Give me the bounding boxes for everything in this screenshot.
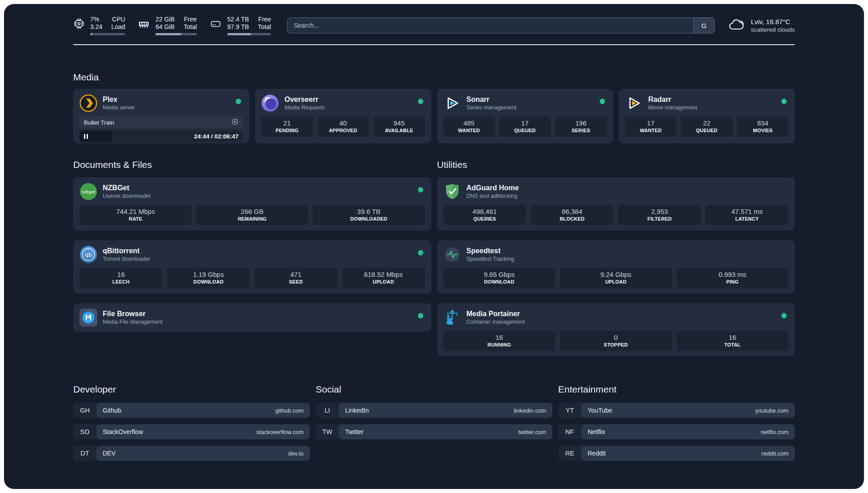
adguard-card[interactable]: AdGuard Home DNS and adblocking 498,461Q… <box>437 177 795 230</box>
ram-monitor: 22 GiB Free 64 GiB Total <box>138 16 196 35</box>
link-linkedin[interactable]: LI LinkedInlinkedin.com <box>316 403 552 418</box>
section-title-media: Media <box>73 72 795 83</box>
stat-tile: 16RUNNING <box>443 331 555 351</box>
stat-tile: 744.21 MbpsRATE <box>79 205 192 225</box>
stat-tile: 21PENDING <box>261 117 313 137</box>
stat-value: 9.24 Gbps <box>562 270 670 279</box>
card-title: AdGuard Home <box>467 184 519 192</box>
stat-value: 618.52 Mbps <box>344 270 423 279</box>
stat-label: FILTERED <box>620 216 699 222</box>
disk-progress-bar <box>227 33 271 35</box>
stat-label: SERIES <box>557 127 605 134</box>
cloud-icon <box>728 17 745 33</box>
svg-text:nzbget: nzbget <box>82 190 96 194</box>
link-youtube[interactable]: YT YouTubeyoutube.com <box>558 403 795 418</box>
stat-tile: 618.52 MbpsUPLOAD <box>342 268 425 288</box>
stat-label: PING <box>678 279 787 285</box>
speedtest-pulse-icon <box>443 246 461 263</box>
radarr-card[interactable]: Radarr Movie management 17WANTED 22QUEUE… <box>619 89 795 143</box>
stat-value: 196 <box>557 119 605 127</box>
header: 7% CPU 3.24 Load <box>73 16 795 35</box>
link-name: DEV <box>103 450 116 457</box>
stat-value: 2,953 <box>620 207 699 216</box>
stat-label: APPROVED <box>319 127 367 134</box>
search-input[interactable] <box>288 18 693 33</box>
link-name: Github <box>103 407 121 414</box>
plex-card[interactable]: Plex Media server Bullet Train <box>73 89 249 143</box>
stat-tile: 834MOVIES <box>737 117 789 137</box>
link-prefix: SO <box>73 424 96 439</box>
ram-free-value: 22 GiB <box>155 16 175 23</box>
section-title-utilities: Utilities <box>437 159 795 170</box>
card-subtitle: Container management <box>467 318 525 326</box>
card-title: File Browser <box>103 309 163 318</box>
stat-value: 1.19 Gbps <box>169 270 248 279</box>
link-name: Reddit <box>588 450 605 457</box>
card-subtitle: Media File Management <box>103 318 163 326</box>
cpu-usage-label: CPU <box>111 16 125 23</box>
section-entertainment: Entertainment YT YouTubeyoutube.com NF N… <box>558 384 795 467</box>
playback-progress-bar[interactable]: 24:44 / 02:06:47 <box>79 130 243 142</box>
link-prefix: RE <box>558 446 581 461</box>
stat-tile: 16LEECH <box>79 268 163 288</box>
stat-tile: 1.19 GbpsDOWNLOAD <box>167 268 250 288</box>
disk-free-value: 52.4 TB <box>227 16 249 23</box>
link-dev[interactable]: DT DEVdev.to <box>73 446 310 461</box>
cpu-monitor: 7% CPU 3.24 Load <box>73 16 125 35</box>
link-name: StackOverflow <box>103 428 143 435</box>
stat-label: PENDING <box>263 127 311 134</box>
link-reddit[interactable]: RE Redditreddit.com <box>558 446 795 461</box>
stat-label: RUNNING <box>445 342 554 348</box>
overseerr-icon <box>261 94 279 112</box>
stat-tile: 945AVAILABLE <box>373 117 425 137</box>
stat-label: UPLOAD <box>562 279 670 285</box>
stat-value: 40 <box>319 119 367 127</box>
stat-label: QUEUED <box>683 127 730 134</box>
link-url: linkedin.com <box>514 407 546 414</box>
status-dot <box>418 250 423 255</box>
status-dot <box>418 313 423 318</box>
stat-value: 16 <box>678 333 787 342</box>
sonarr-card[interactable]: Sonarr Series management 485WANTED 17QUE… <box>437 89 613 143</box>
stat-tile: 17QUEUED <box>499 117 551 137</box>
header-divider <box>73 44 795 45</box>
link-twitter[interactable]: TW Twittertwitter.com <box>316 424 552 439</box>
weather-widget: Lviv, 16.87°C scattered clouds <box>728 17 795 33</box>
stat-tile: 2,953FILTERED <box>618 205 701 225</box>
stat-label: STOPPED <box>562 342 670 348</box>
section-utilities: Utilities AdGuard Home <box>437 159 795 356</box>
nzbget-card[interactable]: nzbget NZBGet Usenet downloader 744.21 M… <box>73 177 431 230</box>
overseerr-card[interactable]: Overseerr Media Requests 21PENDING 40APP… <box>255 89 431 143</box>
cast-target-icon[interactable] <box>232 118 238 126</box>
stat-label: TOTAL <box>678 342 787 348</box>
stat-tile: 9.24 GbpsUPLOAD <box>560 268 672 288</box>
card-subtitle: Movie management <box>648 104 697 111</box>
stat-value: 945 <box>375 119 423 127</box>
link-url: youtube.com <box>755 407 789 414</box>
link-github[interactable]: GH Githubgithub.com <box>73 403 310 418</box>
svg-text:qb: qb <box>85 251 92 258</box>
pause-icon[interactable] <box>84 134 88 139</box>
speedtest-card[interactable]: Speedtest Speedtest Tracking 9.65 GbpsDO… <box>437 240 795 293</box>
stat-tile: 40APPROVED <box>317 117 369 137</box>
stat-label: LATENCY <box>707 216 787 222</box>
stat-tile: 39.6 TBDOWNLOADED <box>313 205 425 225</box>
card-subtitle: Torrent downloader <box>103 255 150 263</box>
card-subtitle: Series management <box>467 104 517 111</box>
card-title: Radarr <box>648 95 697 104</box>
stat-tile: 47.571 msLATENCY <box>705 205 789 225</box>
stat-value: 16 <box>81 270 161 279</box>
disk-free-label: Free <box>258 16 271 23</box>
stat-tile: 9.65 GbpsDOWNLOAD <box>443 268 555 288</box>
filebrowser-card[interactable]: File Browser Media File Management <box>73 303 431 332</box>
search-engine-button[interactable]: G <box>693 18 714 33</box>
portainer-card[interactable]: Media Portainer Container management 16R… <box>437 303 795 356</box>
stat-value: 0 <box>562 333 670 342</box>
plex-now-playing: Bullet Train 24:44 / 02:06:47 <box>79 117 243 142</box>
status-dot <box>236 99 241 104</box>
qbittorrent-card[interactable]: qb qBittorrent Torrent downloader 16LEEC… <box>73 240 431 293</box>
link-stackoverflow[interactable]: SO StackOverflowstackoverflow.com <box>73 424 310 439</box>
link-url: twitter.com <box>518 429 546 435</box>
section-title-entertainment: Entertainment <box>558 384 795 395</box>
link-netflix[interactable]: NF Netflixnetflix.com <box>558 424 795 439</box>
